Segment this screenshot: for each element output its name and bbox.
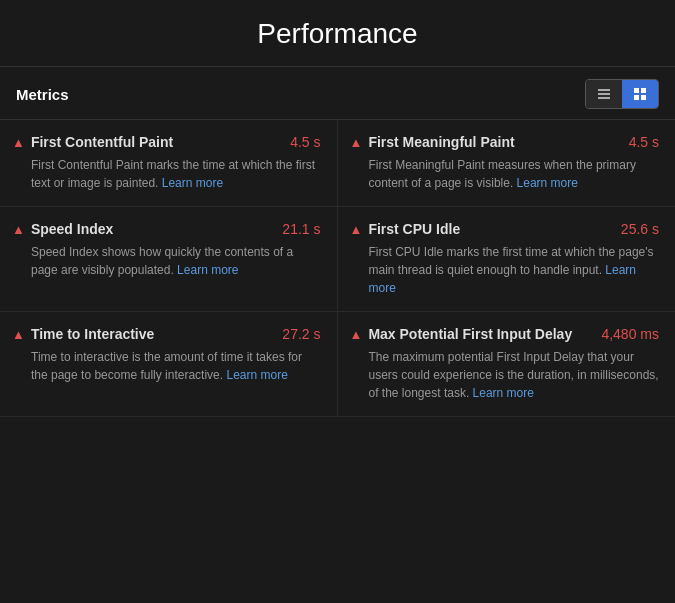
metric-name: First Contentful Paint [31, 134, 173, 150]
warning-icon: ▲ [12, 135, 25, 150]
learn-more-link[interactable]: Learn more [177, 263, 238, 277]
metric-value: 21.1 s [282, 221, 320, 237]
metrics-label: Metrics [16, 86, 69, 103]
metric-value: 25.6 s [621, 221, 659, 237]
metric-header: ▲ First CPU Idle 25.6 s [350, 221, 660, 237]
metric-name: First CPU Idle [368, 221, 460, 237]
metric-header: ▲ Speed Index 21.1 s [12, 221, 321, 237]
metric-item-si: ▲ Speed Index 21.1 s Speed Index shows h… [0, 207, 338, 312]
warning-icon: ▲ [350, 135, 363, 150]
metric-description: Speed Index shows how quickly the conten… [12, 243, 321, 279]
metrics-grid: ▲ First Contentful Paint 4.5 s First Con… [0, 120, 675, 417]
metric-title-row: ▲ First Meaningful Paint [350, 134, 515, 150]
svg-rect-2 [598, 97, 610, 99]
metric-name: First Meaningful Paint [368, 134, 514, 150]
page-title: Performance [0, 0, 675, 67]
learn-more-link[interactable]: Learn more [517, 176, 578, 190]
warning-icon: ▲ [12, 222, 25, 237]
grid-view-button[interactable] [622, 80, 658, 108]
metric-item-mpfid: ▲ Max Potential First Input Delay 4,480 … [338, 312, 676, 417]
svg-rect-5 [634, 95, 639, 100]
learn-more-link[interactable]: Learn more [369, 263, 637, 295]
metric-value: 27.2 s [282, 326, 320, 342]
svg-rect-0 [598, 89, 610, 91]
metrics-header: Metrics [0, 67, 675, 120]
svg-rect-3 [634, 88, 639, 93]
metric-value: 4.5 s [629, 134, 659, 150]
list-view-button[interactable] [586, 80, 622, 108]
metric-title-row: ▲ Speed Index [12, 221, 113, 237]
metric-header: ▲ Max Potential First Input Delay 4,480 … [350, 326, 660, 342]
metric-title-row: ▲ Max Potential First Input Delay [350, 326, 573, 342]
learn-more-link[interactable]: Learn more [473, 386, 534, 400]
metric-description: The maximum potential First Input Delay … [350, 348, 660, 402]
metric-value: 4.5 s [290, 134, 320, 150]
view-toggle [585, 79, 659, 109]
metric-name: Speed Index [31, 221, 113, 237]
metric-description: First CPU Idle marks the first time at w… [350, 243, 660, 297]
svg-rect-4 [641, 88, 646, 93]
metric-name: Max Potential First Input Delay [368, 326, 572, 342]
metric-header: ▲ First Contentful Paint 4.5 s [12, 134, 321, 150]
metric-item-fcp: ▲ First Contentful Paint 4.5 s First Con… [0, 120, 338, 207]
metric-description: Time to interactive is the amount of tim… [12, 348, 321, 384]
metric-item-tti: ▲ Time to Interactive 27.2 s Time to int… [0, 312, 338, 417]
metric-value: 4,480 ms [601, 326, 659, 342]
metric-description: First Meaningful Paint measures when the… [350, 156, 660, 192]
learn-more-link[interactable]: Learn more [162, 176, 223, 190]
metric-title-row: ▲ First CPU Idle [350, 221, 461, 237]
metric-header: ▲ Time to Interactive 27.2 s [12, 326, 321, 342]
warning-icon: ▲ [12, 327, 25, 342]
metric-description: First Contentful Paint marks the time at… [12, 156, 321, 192]
svg-rect-6 [641, 95, 646, 100]
svg-rect-1 [598, 93, 610, 95]
warning-icon: ▲ [350, 327, 363, 342]
metric-name: Time to Interactive [31, 326, 154, 342]
learn-more-link[interactable]: Learn more [226, 368, 287, 382]
metric-item-fmp: ▲ First Meaningful Paint 4.5 s First Mea… [338, 120, 676, 207]
metric-title-row: ▲ First Contentful Paint [12, 134, 173, 150]
metric-title-row: ▲ Time to Interactive [12, 326, 154, 342]
metric-header: ▲ First Meaningful Paint 4.5 s [350, 134, 660, 150]
warning-icon: ▲ [350, 222, 363, 237]
metric-item-fci: ▲ First CPU Idle 25.6 s First CPU Idle m… [338, 207, 676, 312]
